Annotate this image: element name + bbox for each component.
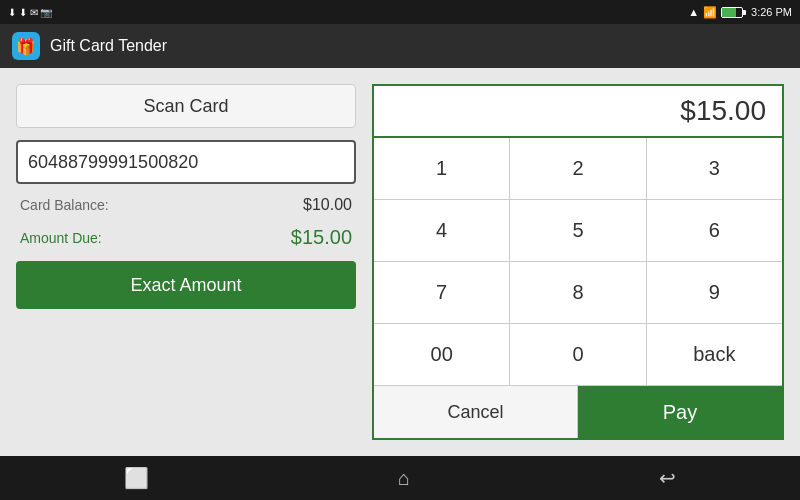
numpad-7[interactable]: 7 (374, 262, 509, 323)
right-panel: $15.00 1 2 3 4 5 6 7 8 9 00 0 back Cance… (372, 84, 784, 440)
app-title: Gift Card Tender (50, 37, 167, 55)
wifi-icon: ▲ (688, 6, 699, 18)
scan-card-button[interactable]: Scan Card (16, 84, 356, 128)
numpad-9[interactable]: 9 (647, 262, 782, 323)
amount-due-value: $15.00 (291, 226, 352, 249)
pay-button[interactable]: Pay (578, 386, 782, 438)
nav-bar: ⬜ ⌂ ↩ (0, 456, 800, 500)
numpad: 1 2 3 4 5 6 7 8 9 00 0 back (374, 138, 782, 385)
numpad-1[interactable]: 1 (374, 138, 509, 199)
status-bar-left: ⬇ ⬇ ✉ 📷 (8, 7, 52, 18)
card-balance-value: $10.00 (303, 196, 352, 214)
card-balance-row: Card Balance: $10.00 (16, 196, 356, 214)
numpad-3[interactable]: 3 (647, 138, 782, 199)
recents-icon[interactable]: ⬜ (124, 466, 149, 490)
numpad-4[interactable]: 4 (374, 200, 509, 261)
app-icon: 🎁 (12, 32, 40, 60)
title-bar: 🎁 Gift Card Tender (0, 24, 800, 68)
notification-icons: ⬇ ⬇ ✉ 📷 (8, 7, 52, 18)
action-row: Cancel Pay (374, 385, 782, 438)
numpad-8[interactable]: 8 (510, 262, 645, 323)
exact-amount-button[interactable]: Exact Amount (16, 261, 356, 309)
numpad-00[interactable]: 00 (374, 324, 509, 385)
numpad-5[interactable]: 5 (510, 200, 645, 261)
cancel-button[interactable]: Cancel (374, 386, 578, 438)
card-number-input[interactable] (16, 140, 356, 184)
left-panel: Scan Card Card Balance: $10.00 Amount Du… (16, 84, 356, 440)
signal-icon: 📶 (703, 6, 717, 19)
numpad-0[interactable]: 0 (510, 324, 645, 385)
home-icon[interactable]: ⌂ (398, 467, 410, 490)
numpad-2[interactable]: 2 (510, 138, 645, 199)
status-bar-right: ▲ 📶 3:26 PM (688, 6, 792, 19)
main-content: Scan Card Card Balance: $10.00 Amount Du… (0, 68, 800, 456)
card-balance-label: Card Balance: (20, 197, 109, 213)
status-bar: ⬇ ⬇ ✉ 📷 ▲ 📶 3:26 PM (0, 0, 800, 24)
numpad-back[interactable]: back (647, 324, 782, 385)
numpad-6[interactable]: 6 (647, 200, 782, 261)
time-display: 3:26 PM (751, 6, 792, 18)
amount-due-label: Amount Due: (20, 230, 102, 246)
amount-due-row: Amount Due: $15.00 (16, 226, 356, 249)
amount-display: $15.00 (374, 86, 782, 138)
battery-icon (721, 7, 743, 18)
back-icon[interactable]: ↩ (659, 466, 676, 490)
